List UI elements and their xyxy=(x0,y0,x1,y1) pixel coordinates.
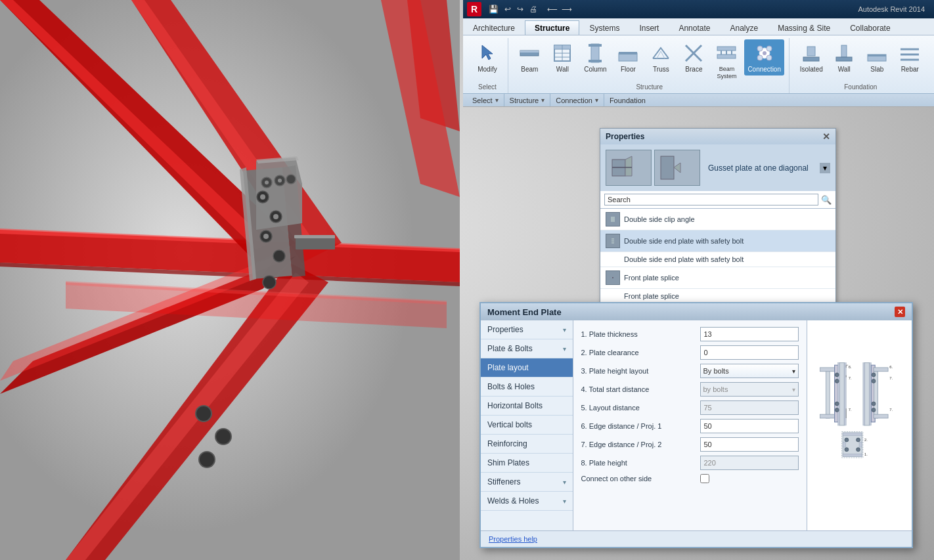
properties-close-button[interactable]: ✕ xyxy=(822,131,830,142)
select-label: Select xyxy=(472,97,493,104)
truss-button[interactable]: Truss xyxy=(646,39,676,75)
save-icon[interactable]: 💾 xyxy=(487,4,500,14)
ml-welds-holes[interactable]: Welds & Holes ▾ xyxy=(481,492,573,511)
svg-point-38 xyxy=(278,179,282,183)
slab-button[interactable]: Slab xyxy=(862,39,892,75)
svg-point-134 xyxy=(856,438,860,442)
floor-icon xyxy=(616,41,640,65)
redo-icon[interactable]: ↪ xyxy=(515,4,525,14)
redo-arrow[interactable]: ⟶ xyxy=(560,5,573,14)
svg-point-123 xyxy=(872,402,876,406)
svg-rect-48 xyxy=(589,44,602,47)
wall-button[interactable]: Wall xyxy=(547,39,577,75)
tab-collaborate[interactable]: Collaborate xyxy=(840,20,900,35)
ml-horizontal-bolts[interactable]: Horizontal Bolts xyxy=(481,397,573,416)
svg-rect-96 xyxy=(826,370,830,418)
field-plate-height-layout-arrow: ▾ xyxy=(792,368,795,375)
connection-dropdown-icon[interactable]: ▾ xyxy=(595,97,598,104)
tab-structure[interactable]: Structure xyxy=(525,20,579,35)
svg-rect-47 xyxy=(591,44,599,62)
beam-system-button[interactable]: BeamSystem xyxy=(711,39,742,82)
field-plate-thickness-input[interactable] xyxy=(700,327,799,341)
svg-rect-97 xyxy=(820,368,835,372)
isolated-button[interactable]: Isolated xyxy=(796,39,826,75)
conn-front-plate-1[interactable]: Front plate splice xyxy=(600,267,835,289)
ml-plate-bolts[interactable]: Plate & Bolts ▾ xyxy=(481,339,573,358)
conn-double-end-1[interactable]: Double side end plate with safety bolt xyxy=(600,230,835,252)
connection-section-label: Connection xyxy=(556,97,592,104)
ml-shim-plates[interactable]: Shim Plates xyxy=(481,454,573,473)
field-edge-dist-2-input[interactable] xyxy=(700,437,799,452)
conn-label-front-plate-2: Front plate splice xyxy=(624,292,679,300)
svg-rect-80 xyxy=(661,156,674,179)
tab-annotate[interactable]: Annotate xyxy=(669,20,720,35)
field-plate-clearance: 2. Plate clearance xyxy=(581,345,799,360)
ml-plate-layout[interactable]: Plate layout xyxy=(481,358,573,377)
foundation-group-label: Foundation xyxy=(844,83,877,92)
svg-rect-71 xyxy=(836,57,852,61)
ml-stiffeners[interactable]: Stiffeners ▾ xyxy=(481,473,573,492)
app-title: Autodesk Revit 2014 xyxy=(858,5,925,13)
svg-rect-30 xyxy=(294,235,335,238)
beam-button[interactable]: Beam xyxy=(514,39,545,75)
ribbon-group-structure: Beam Wall xyxy=(510,38,790,93)
svg-rect-84 xyxy=(611,217,615,222)
toolbar: R 💾 ↩ ↪ 🖨 ⟵ ⟶ Autodesk Revit 2014 Archit… xyxy=(463,0,934,107)
ml-vertical-bolts[interactable]: Vertical bolts xyxy=(481,416,573,435)
ribbon-content: Modify Select Beam xyxy=(463,35,934,93)
tab-analyze[interactable]: Analyze xyxy=(720,20,768,35)
properties-help-link[interactable]: Properties help xyxy=(489,535,537,543)
svg-point-25 xyxy=(263,276,276,289)
undo-redo-group: ⟵ ⟶ xyxy=(546,5,573,14)
field-plate-clearance-input[interactable] xyxy=(700,345,799,360)
wall-icon xyxy=(550,41,574,65)
field-connect-other-side-checkbox[interactable] xyxy=(700,474,709,483)
tab-architecture[interactable]: Architecture xyxy=(463,20,525,35)
ml-reinforcing[interactable]: Reinforcing xyxy=(481,435,573,454)
svg-point-36 xyxy=(263,234,269,239)
tab-massing[interactable]: Massing & Site xyxy=(768,20,840,35)
ml-properties[interactable]: Properties ▾ xyxy=(481,320,573,339)
search-input[interactable] xyxy=(604,194,818,205)
print-icon[interactable]: 🖨 xyxy=(527,4,539,14)
select-section: Select ▾ xyxy=(467,94,504,106)
structure-dropdown-icon[interactable]: ▾ xyxy=(541,97,545,104)
moment-dialog-close-button[interactable]: ✕ xyxy=(895,307,905,317)
connection-button[interactable]: Connection xyxy=(744,39,784,75)
undo-arrow[interactable]: ⟵ xyxy=(546,5,559,14)
conn-icon-double-end-1 xyxy=(606,234,620,248)
ml-properties-label: Properties xyxy=(487,325,523,334)
modify-button[interactable]: Modify xyxy=(472,39,502,75)
wall-found-button[interactable]: Wall xyxy=(829,39,859,75)
ribbon-group-foundation: Isolated Wall xyxy=(791,38,930,93)
svg-point-105 xyxy=(835,402,839,406)
foundation-section: Foundation xyxy=(604,94,651,106)
floor-button[interactable]: Floor xyxy=(613,39,643,75)
conn-double-end-2[interactable]: Double side end plate with safety bolt xyxy=(600,252,835,267)
field-plate-height-layout-dropdown[interactable]: By bolts ▾ xyxy=(700,364,799,378)
svg-text:7.: 7. xyxy=(848,376,851,380)
select-dropdown-icon[interactable]: ▾ xyxy=(495,97,499,104)
field-edge-dist-2: 7. Edge distance / Proj. 2 xyxy=(581,437,799,452)
connection-icon xyxy=(753,41,776,65)
properties-panel: Properties ✕ Gusset plate at one diagona… xyxy=(600,128,836,326)
svg-text:7.: 7. xyxy=(848,408,851,412)
svg-point-66 xyxy=(767,55,772,60)
tab-insert[interactable]: Insert xyxy=(629,20,669,35)
preview-dropdown-button[interactable]: ▾ xyxy=(820,163,830,173)
undo-icon[interactable]: ↩ xyxy=(502,4,513,14)
tab-systems[interactable]: Systems xyxy=(579,20,629,35)
rebar-button[interactable]: Rebar xyxy=(895,39,925,75)
field-edge-dist-1-input[interactable] xyxy=(700,419,799,433)
svg-point-37 xyxy=(265,181,269,184)
conn-double-clip[interactable]: Double side clip angle xyxy=(600,209,835,230)
foundation-section-label: Foundation xyxy=(610,97,646,104)
svg-text:6.: 6. xyxy=(848,365,851,369)
ml-bolts-holes[interactable]: Bolts & Holes xyxy=(481,377,573,397)
preview-thumb-1[interactable] xyxy=(606,150,652,186)
brace-button[interactable]: Brace xyxy=(678,39,709,75)
preview-thumb-2[interactable] xyxy=(654,150,700,186)
field-plate-height-input xyxy=(700,456,799,470)
column-button[interactable]: Column xyxy=(580,39,610,75)
svg-point-133 xyxy=(844,438,848,442)
